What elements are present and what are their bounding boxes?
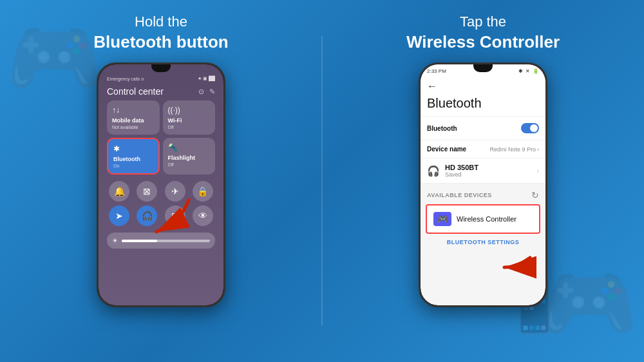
- bt-status-icons: ✱ ✕ 🔋: [518, 68, 539, 74]
- bt-page-title: Bluetooth: [421, 93, 545, 117]
- right-phone-notch: [473, 64, 493, 72]
- brightness-icon: ☀: [112, 237, 118, 244]
- left-phone: Emergency calls o ★ ▣ ██ Control center …: [97, 62, 225, 307]
- bluetooth-tile-label: Bluetooth: [113, 156, 153, 162]
- wifi-label: Wi-Fi: [168, 117, 211, 124]
- cc-bottom-icons-row2: ➤ 🎧 ⊞ 👁: [104, 205, 218, 226]
- right-title-line1: Tap the: [406, 13, 560, 32]
- cc-tile-flashlight[interactable]: 🔦 Flashlight Off: [163, 138, 216, 175]
- bt-wireless-controller-label: Wireless Controller: [457, 215, 516, 223]
- flashlight-label: Flashlight: [168, 155, 211, 161]
- bt-available-header: AVAILABLE DEVICES ↻: [421, 184, 545, 204]
- left-section: Hold the Bluetooth button Emergency call…: [6, 0, 316, 362]
- cc-tiles-grid: ↑↓ Mobile data Not available ((·)) Wi-Fi…: [104, 100, 218, 175]
- cc-scan-btn[interactable]: ⊞: [165, 205, 185, 226]
- cc-edit-icon: ✎: [209, 88, 215, 96]
- bt-saved-device-name: HD 350BT: [445, 164, 531, 171]
- cc-screen-btn[interactable]: ⊠: [137, 181, 157, 202]
- bt-refresh-icon[interactable]: ↻: [531, 190, 539, 200]
- bt-saved-device-row[interactable]: 🎧 HD 350BT Saved ›: [421, 158, 545, 184]
- bluetooth-tile-status: On: [113, 164, 153, 168]
- control-center-screen: Emergency calls o ★ ▣ ██ Control center …: [99, 64, 223, 305]
- bt-wireless-controller-row[interactable]: 🎮 Wireless Controller: [426, 204, 540, 234]
- chevron-right-icon: ›: [537, 146, 539, 153]
- bt-saved-chevron: ›: [536, 166, 539, 175]
- wireless-controller-icon: 🎮: [433, 212, 451, 226]
- cc-eye-btn[interactable]: 👁: [193, 205, 213, 226]
- bluetooth-tile-icon: ✱: [113, 144, 153, 153]
- right-section: Tap the Wireless Controller 2:33 PM ✱ ✕ …: [328, 0, 638, 362]
- bt-device-name-row[interactable]: Device name Redmi Note 9 Pro ›: [421, 140, 545, 158]
- bt-back-button[interactable]: ←: [421, 77, 545, 93]
- bt-toggle-switch[interactable]: [521, 123, 539, 133]
- left-title-line1: Hold the: [93, 13, 228, 32]
- cc-bottom-icons-row1: 🔔 ⊠ ✈ 🔒: [104, 181, 218, 202]
- cc-lock-btn[interactable]: 🔒: [193, 181, 213, 202]
- cc-title-label: Control center: [107, 86, 164, 97]
- cc-airplane-btn[interactable]: ✈: [165, 181, 185, 202]
- cc-tile-mobile-data[interactable]: ↑↓ Mobile data Not available: [107, 100, 160, 135]
- cc-status-left: Emergency calls o: [107, 77, 144, 81]
- cc-tile-wifi[interactable]: ((·)) Wi-Fi Off: [163, 100, 216, 135]
- cc-bell-btn[interactable]: 🔔: [109, 181, 129, 202]
- cc-nav-btn[interactable]: ➤: [109, 205, 129, 226]
- flashlight-status: Off: [168, 162, 211, 167]
- cc-header-icons: ⊙ ✎: [198, 88, 215, 96]
- bt-device-name-label: Device name: [427, 146, 466, 153]
- bluetooth-settings-screen: 2:33 PM ✱ ✕ 🔋 ← Bluetooth Bluetooth Devi…: [421, 64, 545, 305]
- section-divider: [322, 36, 323, 326]
- bt-saved-device-info: HD 350BT Saved: [445, 164, 531, 178]
- right-phone: 2:33 PM ✱ ✕ 🔋 ← Bluetooth Bluetooth Devi…: [419, 62, 547, 307]
- bt-icon: ✱: [518, 68, 523, 74]
- cc-status-right: ★ ▣ ██: [198, 76, 215, 81]
- wifi-icon: ((·)): [168, 106, 211, 115]
- mobile-data-status: Not available: [112, 125, 155, 129]
- bt-saved-device-status: Saved: [445, 171, 531, 178]
- signal-icon: ✕: [526, 68, 530, 74]
- cc-camera-icon: ⊙: [198, 88, 204, 96]
- bt-toggle-label: Bluetooth: [427, 125, 457, 132]
- headset-icon: 🎧: [427, 165, 440, 177]
- left-phone-notch: [151, 64, 171, 72]
- cc-tile-bluetooth[interactable]: ✱ Bluetooth On: [107, 138, 160, 175]
- left-title-line2: Bluetooth button: [93, 32, 228, 53]
- right-title: Tap the Wireless Controller: [406, 13, 560, 53]
- cc-headset-btn[interactable]: 🎧: [137, 205, 157, 226]
- right-title-line2: Wireless Controller: [406, 32, 560, 53]
- cc-title-row: Control center ⊙ ✎: [104, 86, 218, 97]
- bt-time: 2:33 PM: [427, 68, 446, 74]
- bt-available-label: AVAILABLE DEVICES: [427, 192, 492, 198]
- left-title: Hold the Bluetooth button: [93, 13, 228, 53]
- mobile-data-label: Mobile data: [112, 117, 155, 124]
- mobile-data-icon: ↑↓: [112, 106, 155, 115]
- wifi-status: Off: [168, 125, 211, 129]
- bt-device-name-value: Redmi Note 9 Pro ›: [489, 146, 539, 153]
- battery-icon: 🔋: [533, 68, 539, 74]
- flashlight-icon: 🔦: [168, 143, 211, 152]
- bt-toggle-row: Bluetooth: [421, 117, 545, 140]
- bt-settings-link[interactable]: BLUETOOTH SETTINGS: [421, 234, 545, 251]
- cc-statusbar: Emergency calls o ★ ▣ ██: [104, 76, 218, 81]
- cc-brightness-bar[interactable]: ☀: [107, 233, 215, 249]
